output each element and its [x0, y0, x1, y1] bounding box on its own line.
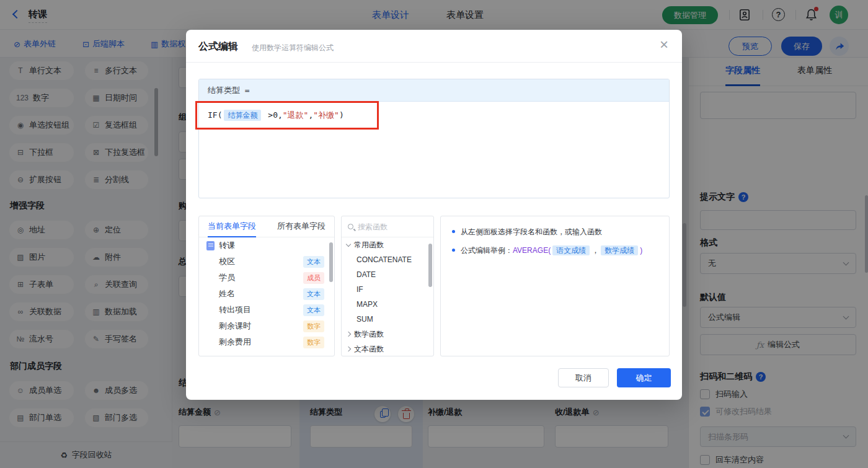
type-badge: 数字: [303, 320, 324, 332]
variable-row[interactable]: 姓名文本: [199, 286, 334, 302]
type-badge: 数字: [303, 337, 324, 348]
chevron-down-icon: [346, 241, 351, 246]
variable-name: 姓名: [219, 288, 235, 299]
formula-target: 结算类型 =: [199, 79, 669, 102]
chevron-right-icon: [346, 332, 351, 337]
variable-root-row[interactable]: 转课: [199, 237, 334, 254]
close-icon[interactable]: ×: [660, 37, 668, 52]
formula-editor-modal: 公式编辑 使用数学运算符编辑公式 × 结算类型 = IF(结算金额 >0,"退款…: [186, 30, 682, 400]
modal-header: 公式编辑 使用数学运算符编辑公式 ×: [186, 30, 682, 63]
field-chip: 数学成绩: [601, 245, 638, 255]
formula-editor: 结算类型 = IF(结算金额 >0,"退款","补缴"): [198, 79, 670, 198]
function-group-name: 文本函数: [354, 344, 384, 355]
help-tip-1: 从左侧面板选择字段名和函数，或输入函数: [452, 226, 658, 237]
type-badge: 文本: [303, 288, 324, 300]
field-chip: 语文成绩: [552, 245, 590, 255]
function-item[interactable]: DATE: [342, 267, 433, 282]
help-token: ): [640, 246, 642, 255]
confirm-button[interactable]: 确定: [617, 368, 671, 387]
variables-tabs: 当前表单字段所有表单字段: [199, 216, 334, 237]
cancel-button[interactable]: 取消: [558, 368, 609, 387]
variable-row[interactable]: 校区文本: [199, 254, 334, 270]
modal-subtitle: 使用数学运算符编辑公式: [252, 43, 334, 53]
function-search: [342, 216, 433, 237]
variable-name: 校区: [219, 256, 235, 267]
variable-row[interactable]: 剩余费用数字: [199, 334, 334, 350]
chevron-right-icon: [346, 347, 351, 351]
functions-panel: 常用函数CONCATENATEDATEIFMAPXSUM数学函数文本函数: [341, 216, 434, 356]
variable-name: 转出项目: [219, 304, 251, 316]
function-search-input[interactable]: [358, 223, 420, 231]
search-icon: [348, 224, 353, 229]
page: 转课 表单设计表单设置 数据管理 ? 训 ⊘表单外链⊡后端脚本▥数据权限 预: [0, 0, 868, 468]
modal-title: 公式编辑: [198, 40, 238, 53]
help-token: ，: [591, 246, 599, 255]
type-badge: 文本: [303, 256, 324, 268]
function-group-name: 常用函数: [354, 240, 384, 250]
formula-token: IF(: [208, 110, 222, 120]
variable-name: 剩余费用: [219, 337, 251, 348]
function-group-row[interactable]: 数学函数: [342, 327, 433, 342]
variable-name: 剩余课时: [219, 320, 251, 332]
type-badge: 文本: [303, 304, 324, 316]
formula-help-panel: 从左侧面板选择字段名和函数，或输入函数 公式编辑举例：AVERAGE(语文成绩，…: [440, 216, 670, 356]
formula-token: "退款": [283, 110, 309, 120]
form-doc-icon: [206, 241, 215, 250]
variable-row[interactable]: 学员成员: [199, 270, 334, 286]
formula-input-area[interactable]: IF(结算金额 >0,"退款","补缴"): [199, 102, 669, 129]
formula-token: "补缴": [313, 110, 339, 120]
function-item[interactable]: MAPX: [342, 297, 433, 312]
variables-tab-0[interactable]: 当前表单字段: [208, 216, 256, 237]
help-tip-2: 公式编辑举例：AVERAGE(语文成绩，数学成绩): [452, 245, 658, 256]
variables-tab-1[interactable]: 所有表单字段: [277, 216, 326, 237]
field-chip[interactable]: 结算金额: [224, 110, 261, 121]
type-badge: 成员: [303, 272, 324, 284]
function-item[interactable]: CONCATENATE: [342, 252, 433, 267]
bullet-icon: [452, 249, 455, 252]
variable-row[interactable]: 转出项目文本: [199, 302, 334, 318]
variable-row[interactable]: 剩余课时数字: [199, 318, 334, 334]
variables-scrollbar[interactable]: [329, 242, 333, 282]
variable-root-name: 转课: [219, 240, 235, 251]
function-group-name: 数学函数: [354, 329, 384, 340]
functions-scrollbar[interactable]: [428, 244, 432, 287]
variables-panel: 当前表单字段所有表单字段 转课校区文本学员成员姓名文本转出项目文本剩余课时数字剩…: [198, 216, 335, 356]
help-token: AVERAGE(: [513, 246, 551, 255]
variable-name: 学员: [219, 272, 235, 283]
function-group-row[interactable]: 常用函数: [342, 237, 433, 252]
bullet-icon: [452, 230, 455, 233]
help-token: 公式编辑举例：: [461, 246, 513, 255]
function-item[interactable]: IF: [342, 282, 433, 297]
function-item[interactable]: SUM: [342, 312, 433, 327]
formula-token: ): [339, 110, 344, 120]
function-group-row[interactable]: 文本函数: [342, 342, 433, 356]
formula-token: >0,: [263, 110, 282, 120]
